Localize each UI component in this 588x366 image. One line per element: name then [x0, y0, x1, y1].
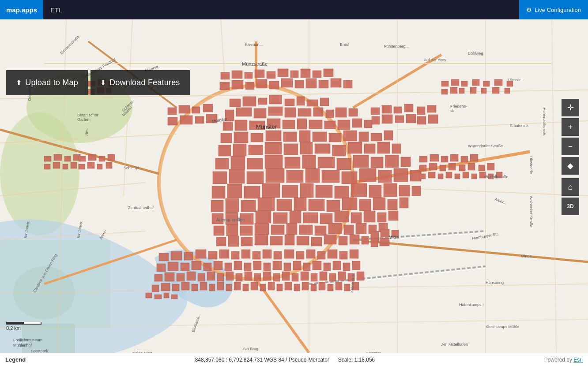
svg-rect-329	[155, 295, 162, 299]
svg-rect-339	[429, 163, 437, 170]
svg-rect-160	[328, 223, 342, 234]
home-button[interactable]: ⌂	[562, 178, 579, 196]
svg-rect-147	[335, 211, 349, 222]
svg-rect-336	[461, 156, 468, 162]
svg-rect-278	[285, 282, 292, 290]
svg-rect-260	[338, 272, 346, 280]
svg-text:Minde...: Minde...	[521, 254, 535, 258]
svg-rect-228	[234, 261, 242, 270]
svg-rect-351	[463, 172, 469, 178]
svg-rect-167	[241, 237, 253, 246]
svg-rect-196	[417, 116, 426, 124]
svg-rect-122	[369, 185, 381, 198]
svg-rect-106	[305, 168, 320, 183]
download-features-button[interactable]: ⬇ Download Features	[90, 70, 190, 95]
svg-rect-214	[284, 250, 294, 258]
legend-label: Legend	[5, 356, 26, 363]
svg-rect-338	[419, 165, 426, 171]
svg-rect-348	[438, 174, 443, 179]
svg-rect-165	[216, 237, 226, 246]
svg-rect-219	[339, 251, 347, 259]
upload-to-map-button[interactable]: ⬆ Upload to Map	[6, 70, 88, 95]
svg-rect-69	[283, 132, 297, 142]
svg-rect-235	[303, 263, 310, 271]
svg-rect-296	[324, 69, 333, 77]
svg-rect-259	[329, 273, 336, 281]
svg-text:Bohlweg: Bohlweg	[468, 51, 483, 56]
svg-rect-255	[292, 273, 298, 281]
svg-rect-272	[234, 282, 241, 290]
svg-rect-341	[449, 163, 456, 170]
svg-point-2	[0, 112, 79, 235]
svg-rect-50	[313, 108, 323, 116]
esri-link[interactable]: Esri	[573, 357, 583, 363]
svg-rect-199	[381, 229, 389, 237]
svg-rect-264	[161, 283, 170, 291]
live-config-button[interactable]: ⚙ Live Configuration	[519, 0, 588, 19]
svg-rect-52	[335, 108, 347, 117]
compass-button[interactable]: ✛	[562, 99, 579, 116]
svg-rect-129	[258, 198, 275, 211]
svg-rect-84	[332, 145, 346, 156]
svg-rect-187	[382, 105, 392, 113]
svg-rect-287	[221, 72, 230, 79]
svg-rect-134	[342, 198, 357, 210]
svg-rect-131	[294, 198, 306, 211]
svg-rect-333	[430, 154, 439, 161]
map-container[interactable]: Münzstraße Münster Mitte Adenauerallee Ü…	[0, 19, 588, 353]
svg-rect-136	[373, 198, 385, 210]
svg-rect-337	[470, 154, 478, 161]
diamond-icon: ◆	[567, 161, 573, 171]
svg-rect-89	[215, 158, 229, 169]
zoom-out-button[interactable]: −	[562, 138, 579, 155]
svg-rect-181	[203, 104, 213, 112]
svg-rect-325	[481, 88, 486, 93]
zoom-in-button[interactable]: +	[562, 118, 579, 136]
svg-rect-135	[359, 199, 371, 211]
svg-rect-36	[230, 99, 241, 107]
svg-rect-245	[198, 273, 205, 281]
svg-rect-318	[483, 81, 490, 86]
svg-rect-294	[301, 69, 310, 78]
svg-rect-94	[302, 155, 316, 168]
download-label: Download Features	[109, 78, 180, 87]
svg-rect-125	[412, 186, 421, 196]
svg-text:Hafenkamps: Hafenkamps	[459, 303, 482, 307]
diamond-button[interactable]: ◆	[562, 157, 579, 175]
threed-button[interactable]: 3D	[562, 198, 579, 215]
svg-rect-217	[317, 251, 325, 259]
svg-rect-239	[343, 263, 350, 271]
svg-rect-172	[311, 237, 322, 246]
svg-rect-162	[356, 223, 366, 234]
svg-rect-153	[226, 224, 238, 236]
svg-rect-238	[333, 261, 341, 270]
svg-rect-193	[406, 114, 416, 123]
svg-rect-367	[108, 154, 115, 161]
svg-rect-42	[307, 100, 318, 106]
svg-rect-334	[441, 156, 448, 162]
scale-bar-line	[6, 322, 41, 325]
svg-rect-342	[459, 165, 465, 171]
svg-rect-61	[324, 121, 335, 129]
svg-text:Diestedde...: Diestedde...	[529, 156, 533, 177]
svg-rect-47	[268, 107, 283, 116]
product-title: ETL	[43, 6, 70, 14]
svg-rect-257	[311, 273, 317, 281]
svg-rect-123	[384, 183, 397, 197]
svg-rect-362	[63, 164, 68, 169]
svg-rect-265	[172, 284, 179, 291]
svg-rect-75	[371, 133, 382, 141]
svg-rect-249	[236, 273, 242, 281]
svg-text:Hohenzollernstr.: Hohenzollernstr.	[542, 108, 547, 136]
svg-rect-115	[244, 186, 260, 198]
svg-rect-183	[180, 116, 192, 124]
svg-rect-63	[352, 119, 362, 127]
svg-rect-223	[181, 263, 189, 271]
svg-rect-299	[245, 82, 254, 90]
svg-rect-168	[255, 235, 268, 245]
svg-text:Kleiman...: Kleiman...	[245, 42, 263, 47]
svg-rect-67	[251, 133, 263, 142]
svg-rect-152	[214, 226, 224, 235]
svg-rect-218	[328, 250, 337, 258]
svg-rect-170	[285, 235, 294, 245]
